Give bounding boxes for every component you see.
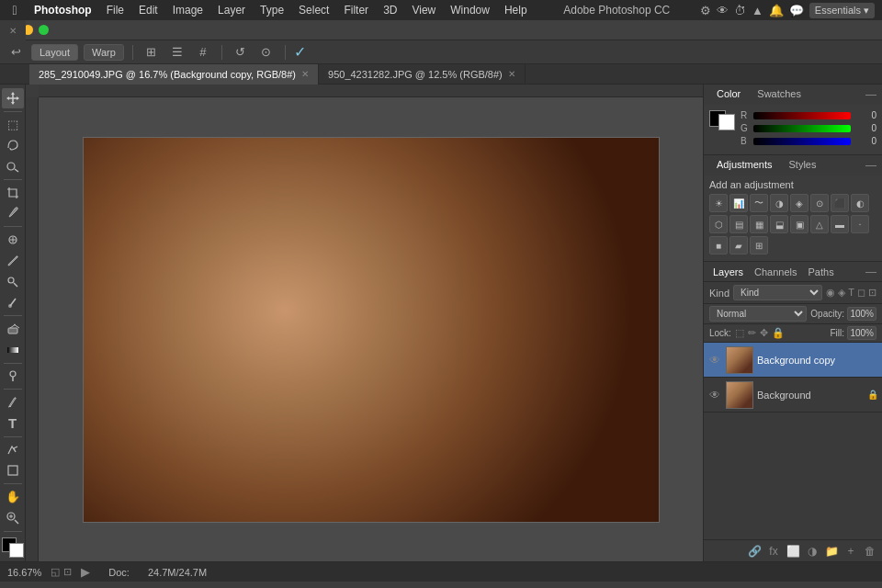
essentials-dropdown[interactable]: Essentials ▾ bbox=[809, 3, 875, 18]
adj-collapse-icon[interactable]: — bbox=[865, 159, 876, 172]
adj-gradient-map[interactable]: ▬ bbox=[831, 215, 849, 233]
app-name[interactable]: Photoshop bbox=[28, 2, 98, 18]
adj-threshold[interactable]: △ bbox=[810, 215, 829, 233]
clock-icon[interactable]: ⊙ bbox=[256, 42, 277, 62]
history-brush-tool[interactable] bbox=[2, 292, 24, 312]
layers-collapse-icon[interactable]: — bbox=[865, 266, 876, 278]
menu-window[interactable]: Window bbox=[444, 2, 496, 18]
layer-adjustment-icon[interactable]: ◑ bbox=[804, 543, 820, 560]
tab-2-close[interactable]: ✕ bbox=[508, 69, 515, 79]
filter-adjustment-icon[interactable]: ◈ bbox=[838, 287, 845, 299]
adj-levels[interactable]: 📊 bbox=[729, 194, 748, 212]
color-swatches[interactable] bbox=[2, 537, 24, 558]
adj-selective-color[interactable]: ⬞ bbox=[851, 215, 869, 233]
adj-hue[interactable]: ⊙ bbox=[810, 194, 829, 212]
canvas-area[interactable] bbox=[39, 97, 703, 561]
menu-icon-5[interactable]: 🔔 bbox=[769, 4, 784, 17]
tab-styles[interactable]: Styles bbox=[782, 157, 824, 174]
menu-layer[interactable]: Layer bbox=[211, 2, 252, 18]
tool-options-icon[interactable]: ↩ bbox=[6, 42, 26, 62]
confirm-button[interactable]: ✓ bbox=[294, 43, 306, 61]
layer-folder-icon[interactable]: 📁 bbox=[823, 543, 840, 560]
lock-all-icon[interactable]: 🔒 bbox=[772, 327, 785, 339]
menu-help[interactable]: Help bbox=[498, 2, 534, 18]
tab-adjustments[interactable]: Adjustments bbox=[709, 157, 780, 174]
filter-pixel-icon[interactable]: ◉ bbox=[826, 287, 835, 299]
adj-exposure[interactable]: ◑ bbox=[770, 194, 788, 212]
tab-swatches[interactable]: Swatches bbox=[750, 86, 808, 103]
green-slider[interactable] bbox=[753, 125, 851, 132]
status-icon-1[interactable]: ◱ bbox=[51, 566, 60, 578]
layer-delete-icon[interactable]: 🗑 bbox=[862, 543, 878, 560]
background-swatch[interactable] bbox=[718, 114, 735, 130]
adj-solid-color[interactable]: ■ bbox=[709, 236, 728, 254]
eyedropper-tool[interactable] bbox=[2, 204, 24, 224]
fill-input[interactable] bbox=[847, 326, 876, 340]
dodge-tool[interactable] bbox=[2, 367, 24, 387]
adj-vibrance[interactable]: ◈ bbox=[790, 194, 808, 212]
filter-shape-icon[interactable]: ◻ bbox=[857, 287, 865, 299]
canvas-image[interactable] bbox=[83, 137, 660, 523]
type-tool[interactable]: T bbox=[2, 413, 24, 434]
zoom-tool[interactable] bbox=[2, 508, 24, 528]
adj-curves[interactable]: 〜 bbox=[750, 194, 768, 212]
adj-invert[interactable]: ⬓ bbox=[770, 215, 788, 233]
tab-color[interactable]: Color bbox=[709, 86, 748, 103]
menu-icon-4[interactable]: ▲ bbox=[752, 4, 763, 17]
adj-channel[interactable]: ▤ bbox=[729, 215, 748, 233]
layer-fx-icon[interactable]: fx bbox=[765, 543, 782, 560]
layer-item-background-copy[interactable]: 👁 Background copy bbox=[704, 343, 882, 378]
brush-tool[interactable] bbox=[2, 251, 24, 271]
pen-tool[interactable] bbox=[2, 392, 24, 413]
grid-icon[interactable]: ⊞ bbox=[141, 42, 162, 62]
opacity-input[interactable] bbox=[847, 307, 876, 321]
tab-layers[interactable]: Layers bbox=[709, 266, 747, 277]
crop-tool[interactable] bbox=[2, 183, 24, 203]
tab-paths[interactable]: Paths bbox=[805, 266, 838, 277]
adj-color-lookup[interactable]: ▦ bbox=[750, 215, 768, 233]
filter-type-icon[interactable]: T bbox=[848, 287, 854, 299]
tab-2[interactable]: 950_4231282.JPG @ 12.5% (RGB/8#) ✕ bbox=[319, 64, 526, 85]
color-collapse-icon[interactable]: — bbox=[865, 88, 876, 101]
adj-posterize[interactable]: ▣ bbox=[790, 215, 808, 233]
red-slider[interactable] bbox=[753, 112, 851, 119]
adj-color-balance[interactable]: ⬛ bbox=[831, 194, 849, 212]
menu-icon-2[interactable]: 👁 bbox=[717, 4, 729, 17]
menu-icon-3[interactable]: ⏱ bbox=[734, 4, 746, 17]
warp-button[interactable]: Warp bbox=[84, 44, 124, 61]
list-icon[interactable]: ☰ bbox=[167, 42, 187, 62]
adj-brightness[interactable]: ☀ bbox=[709, 194, 728, 212]
lock-transparent-icon[interactable]: ⬚ bbox=[735, 327, 744, 339]
status-icon-2[interactable]: ⊡ bbox=[63, 566, 72, 578]
menu-filter[interactable]: Filter bbox=[337, 2, 375, 18]
adj-gradient-fill[interactable]: ▰ bbox=[729, 236, 748, 254]
shape-tool[interactable] bbox=[2, 460, 24, 481]
tab-close-icon[interactable]: ✕ bbox=[9, 26, 17, 36]
adj-photo-filter[interactable]: ⬡ bbox=[709, 215, 728, 233]
color-swatch-pair[interactable] bbox=[709, 110, 735, 130]
lock-paint-icon[interactable]: ✏ bbox=[748, 327, 756, 339]
marquee-tool[interactable]: ⬚ bbox=[2, 115, 24, 135]
background-color[interactable] bbox=[9, 543, 24, 558]
menu-3d[interactable]: 3D bbox=[377, 2, 403, 18]
gradient-tool[interactable] bbox=[2, 340, 24, 360]
layer-eye-1[interactable]: 👁 bbox=[707, 353, 722, 368]
eraser-tool[interactable] bbox=[2, 319, 24, 339]
healing-tool[interactable] bbox=[2, 230, 24, 250]
status-arrow[interactable]: ▶ bbox=[81, 565, 90, 579]
layer-mask-icon[interactable]: ⬜ bbox=[785, 543, 801, 560]
apple-logo[interactable]:  bbox=[7, 3, 22, 17]
move-tool[interactable] bbox=[2, 88, 24, 108]
kind-select[interactable]: Kind bbox=[733, 285, 822, 300]
layer-new-icon[interactable]: + bbox=[842, 543, 859, 560]
lasso-tool[interactable] bbox=[2, 135, 24, 155]
menu-file[interactable]: File bbox=[100, 2, 130, 18]
menu-view[interactable]: View bbox=[405, 2, 442, 18]
table-icon[interactable]: # bbox=[193, 42, 213, 62]
adj-bw[interactable]: ◐ bbox=[851, 194, 869, 212]
layer-eye-2[interactable]: 👁 bbox=[707, 388, 722, 402]
layer-link-icon[interactable]: 🔗 bbox=[746, 543, 763, 560]
menu-icon-1[interactable]: ⚙ bbox=[700, 4, 711, 17]
menu-image[interactable]: Image bbox=[166, 2, 209, 18]
blue-slider[interactable] bbox=[753, 138, 851, 145]
